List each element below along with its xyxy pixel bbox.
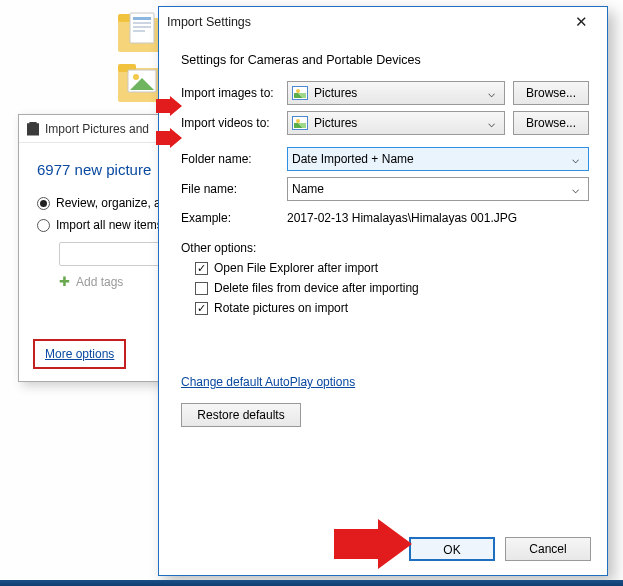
- pictures-folder-icon: [292, 86, 308, 100]
- radio-icon: [37, 197, 50, 210]
- checkbox-icon: [195, 302, 208, 315]
- import-videos-label: Import videos to:: [181, 116, 279, 130]
- folder-name-value: Date Imported + Name: [292, 152, 414, 166]
- example-value: 2017-02-13 Himalayas\Himalayas 001.JPG: [287, 211, 589, 225]
- restore-defaults-button[interactable]: Restore defaults: [181, 403, 301, 427]
- folder-name-label: Folder name:: [181, 152, 279, 166]
- import-images-label: Import images to:: [181, 86, 279, 100]
- add-tags-label: Add tags: [76, 275, 123, 289]
- pictures-folder-icon: [292, 116, 308, 130]
- import-settings-title: Import Settings: [167, 15, 251, 29]
- chevron-down-icon: ⌵: [482, 86, 500, 100]
- import-pictures-title: Import Pictures and: [45, 122, 149, 136]
- import-settings-titlebar: Import Settings ✕: [159, 7, 607, 37]
- chevron-down-icon: ⌵: [566, 152, 584, 166]
- change-autoplay-link[interactable]: Change default AutoPlay options: [181, 375, 355, 389]
- file-name-combo[interactable]: Name ⌵: [287, 177, 589, 201]
- chevron-down-icon: ⌵: [482, 116, 500, 130]
- checkbox-open-explorer[interactable]: Open File Explorer after import: [195, 261, 589, 275]
- close-button[interactable]: ✕: [563, 11, 599, 33]
- file-name-label: File name:: [181, 182, 279, 196]
- radio-icon: [37, 219, 50, 232]
- checkbox-rotate[interactable]: Rotate pictures on import: [195, 301, 589, 315]
- folder-name-combo[interactable]: Date Imported + Name ⌵: [287, 147, 589, 171]
- checkbox-icon: [195, 282, 208, 295]
- checkbox-rotate-label: Rotate pictures on import: [214, 301, 348, 315]
- svg-rect-4: [133, 22, 151, 24]
- import-videos-value: Pictures: [314, 116, 357, 130]
- other-options-label: Other options:: [181, 241, 589, 255]
- svg-rect-3: [133, 17, 151, 20]
- settings-section-title: Settings for Cameras and Portable Device…: [181, 53, 589, 67]
- browse-videos-button[interactable]: Browse...: [513, 111, 589, 135]
- camera-icon: [27, 122, 39, 136]
- svg-rect-6: [133, 30, 145, 32]
- example-label: Example:: [181, 211, 279, 225]
- checkbox-delete-files-label: Delete files from device after importing: [214, 281, 419, 295]
- radio-review-label: Review, organize, an: [56, 196, 167, 210]
- svg-point-10: [133, 74, 139, 80]
- import-images-combo[interactable]: Pictures ⌵: [287, 81, 505, 105]
- cancel-button[interactable]: Cancel: [505, 537, 591, 561]
- import-images-value: Pictures: [314, 86, 357, 100]
- browse-images-button[interactable]: Browse...: [513, 81, 589, 105]
- taskbar: [0, 580, 623, 586]
- checkbox-open-explorer-label: Open File Explorer after import: [214, 261, 378, 275]
- import-settings-dialog: Import Settings ✕ Settings for Cameras a…: [158, 6, 608, 576]
- more-options-link[interactable]: More options: [45, 347, 114, 361]
- file-name-value: Name: [292, 182, 324, 196]
- svg-rect-5: [133, 26, 151, 28]
- tag-input[interactable]: [59, 242, 169, 266]
- tag-plus-icon: ✚: [59, 274, 70, 289]
- checkbox-delete-files[interactable]: Delete files from device after importing: [195, 281, 589, 295]
- ok-button[interactable]: OK: [409, 537, 495, 561]
- checkbox-icon: [195, 262, 208, 275]
- import-videos-combo[interactable]: Pictures ⌵: [287, 111, 505, 135]
- more-options-highlight: More options: [33, 339, 126, 369]
- radio-importall-label: Import all new items: [56, 218, 163, 232]
- chevron-down-icon: ⌵: [566, 182, 584, 196]
